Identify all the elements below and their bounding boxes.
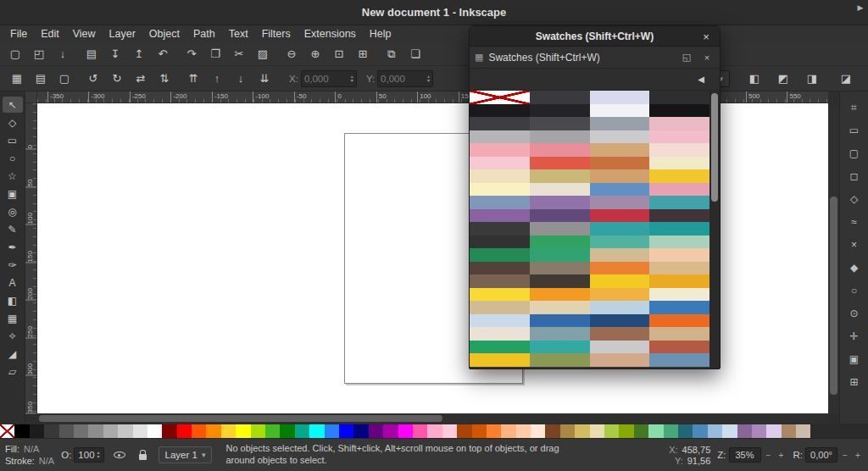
group-icon[interactable]: ❏	[405, 45, 426, 64]
menu-item[interactable]: Edit	[34, 25, 66, 42]
color-swatch[interactable]	[590, 353, 650, 367]
color-swatch[interactable]	[530, 209, 590, 223]
palette-swatch[interactable]	[560, 424, 575, 438]
palette-swatch[interactable]	[236, 424, 250, 438]
color-swatch[interactable]	[470, 104, 530, 118]
mesh-tool[interactable]: ▦	[3, 310, 23, 326]
color-swatch[interactable]	[530, 222, 590, 236]
palette-swatch[interactable]	[88, 424, 103, 438]
layer-dropdown[interactable]: Layer 1 ▾	[159, 446, 213, 463]
raise-to-top-icon[interactable]: ⇈	[183, 69, 203, 88]
dialog-titlebar[interactable]: Swatches (Shift+Ctrl+W) ×	[470, 26, 720, 47]
palette-swatch[interactable]	[737, 424, 752, 438]
color-swatch[interactable]	[590, 327, 650, 341]
eraser-tool[interactable]: ▱	[3, 363, 23, 380]
color-swatch[interactable]	[470, 248, 530, 262]
snap-nodes-icon[interactable]: ◇	[845, 191, 864, 207]
color-swatch[interactable]	[530, 301, 590, 314]
transform-gradient-icon[interactable]: ◨	[802, 69, 822, 88]
flip-horizontal-icon[interactable]: ⇄	[131, 69, 151, 88]
palette-swatch[interactable]	[766, 424, 781, 438]
menu-item[interactable]: Filters	[255, 25, 298, 42]
color-swatch[interactable]	[530, 104, 590, 118]
palette-swatch[interactable]	[265, 424, 280, 438]
palette-swatch[interactable]	[206, 424, 220, 438]
palette-swatch[interactable]	[103, 424, 118, 438]
vertical-scrollbar-thumb[interactable]	[830, 197, 837, 395]
color-swatch[interactable]	[649, 327, 709, 341]
color-swatch[interactable]	[530, 262, 590, 275]
palette-swatch[interactable]	[442, 424, 457, 438]
color-swatch[interactable]	[530, 274, 590, 288]
color-swatch[interactable]	[649, 274, 709, 288]
palette-swatch[interactable]	[353, 424, 368, 438]
snap-cusp-nodes-icon[interactable]: ◆	[845, 260, 864, 275]
open-document-icon[interactable]: ◰	[29, 45, 49, 64]
copy-icon[interactable]: ❐	[205, 45, 225, 64]
color-swatch[interactable]	[590, 104, 650, 118]
spinner-icon[interactable]: ▴▾	[97, 451, 100, 459]
close-icon[interactable]: ×	[698, 28, 715, 45]
palette-swatch[interactable]	[575, 424, 589, 438]
palette-swatch[interactable]	[177, 424, 192, 438]
enable-snapping-icon[interactable]: ⌗	[845, 100, 864, 115]
color-swatch[interactable]	[649, 157, 709, 170]
palette-swatch[interactable]	[339, 424, 353, 438]
palette-swatch[interactable]	[325, 424, 339, 438]
color-swatch[interactable]	[649, 288, 709, 302]
flip-vertical-icon[interactable]: ⇅	[154, 69, 175, 88]
collapse-arrow-icon[interactable]: ◀	[694, 73, 708, 86]
palette-swatch[interactable]	[619, 424, 633, 438]
color-swatch[interactable]	[590, 248, 650, 262]
color-swatch[interactable]	[649, 301, 709, 314]
fill-stroke-indicator[interactable]: Fill:N/A Stroke:N/A	[5, 444, 54, 466]
color-swatch[interactable]	[470, 236, 530, 249]
print-icon[interactable]: ▤	[81, 45, 102, 64]
color-swatch[interactable]	[590, 169, 650, 183]
palette-swatch[interactable]	[192, 424, 206, 438]
opacity-field[interactable]: 100 ▴▾	[74, 447, 103, 463]
palette-swatch[interactable]	[664, 424, 678, 438]
pencil-tool[interactable]: ✎	[3, 221, 23, 237]
color-swatch[interactable]	[590, 341, 650, 354]
color-swatch[interactable]	[470, 169, 530, 183]
color-swatch[interactable]	[649, 353, 709, 367]
color-swatch[interactable]	[530, 327, 590, 341]
palette-swatch[interactable]	[531, 424, 545, 438]
cut-icon[interactable]: ✂	[229, 45, 249, 64]
palette-swatch[interactable]	[722, 424, 737, 438]
palette-swatch[interactable]	[369, 424, 383, 438]
vertical-ruler[interactable]: 050100150200250300350	[25, 103, 37, 413]
snap-grids-icon[interactable]: ⊞	[845, 374, 864, 390]
raise-icon[interactable]: ↑	[207, 69, 227, 88]
color-swatch[interactable]	[649, 209, 709, 223]
palette-swatch[interactable]	[221, 424, 236, 438]
palette-swatch[interactable]	[516, 424, 531, 438]
paint-bucket-tool[interactable]: ◢	[3, 346, 23, 362]
color-swatch[interactable]	[530, 353, 590, 367]
lower-icon[interactable]: ↓	[231, 69, 251, 88]
ellipse-tool[interactable]: ○	[3, 150, 23, 166]
palette-swatch[interactable]	[472, 424, 487, 438]
float-panel-icon[interactable]: ◱	[679, 50, 694, 65]
color-swatch[interactable]	[530, 196, 590, 209]
palette-swatch[interactable]	[162, 424, 176, 438]
snap-bounding-box-icon[interactable]: ▭	[845, 123, 864, 138]
color-swatch[interactable]	[530, 143, 590, 157]
x-position-field[interactable]: 0,000 ▴▾	[301, 70, 357, 87]
color-swatch[interactable]	[590, 262, 650, 275]
layer-visibility-eye-icon[interactable]	[111, 446, 128, 463]
select-all-layers-icon[interactable]: ▤	[31, 69, 51, 88]
color-swatch[interactable]	[649, 91, 709, 104]
palette-swatch[interactable]	[14, 424, 29, 438]
color-swatch[interactable]	[470, 209, 530, 223]
palette-swatch[interactable]	[44, 424, 58, 438]
menu-item[interactable]: Path	[186, 25, 222, 42]
color-swatch[interactable]	[470, 314, 530, 328]
snap-page-border-icon[interactable]: ▣	[845, 352, 864, 367]
palette-swatch[interactable]	[545, 424, 559, 438]
color-swatch[interactable]	[649, 314, 709, 328]
color-swatch[interactable]	[470, 91, 530, 104]
menu-item[interactable]: Layer	[103, 25, 142, 42]
color-swatch[interactable]	[649, 248, 709, 262]
